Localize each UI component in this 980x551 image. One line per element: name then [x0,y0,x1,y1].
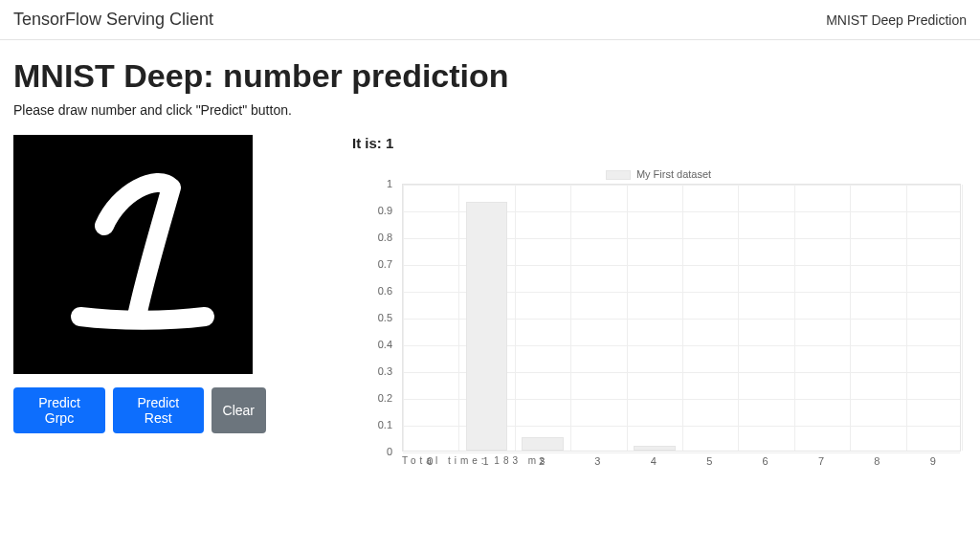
y-tick-label: 1 [387,178,392,189]
predict-grpc-button[interactable]: Predict Grpc [13,387,105,433]
content-row: Predict Grpc Predict Rest Clear It is: 1… [13,135,967,474]
gridline-v [627,185,628,451]
predict-rest-button[interactable]: Predict Rest [113,387,204,433]
x-tick-label: 8 [874,455,880,467]
brand-link[interactable]: TensorFlow Serving Client [13,10,213,30]
nav-link-mnist-deep[interactable]: MNIST Deep Prediction [826,12,967,28]
chart-legend: My First dataset [352,168,965,180]
x-tick-label: 5 [706,455,712,467]
y-tick-label: 0.6 [378,285,392,297]
chart-grid [402,184,961,452]
page-title: MNIST Deep: number prediction [13,57,967,95]
prediction-result: It is: 1 [352,135,967,151]
gridline-v [906,185,907,451]
y-tick-label: 0.2 [378,392,392,404]
legend-swatch-icon [606,170,631,180]
gridline-h [403,185,960,186]
y-tick-label: 0.5 [378,312,392,323]
result-prefix: It is: [352,135,386,151]
left-column: Predict Grpc Predict Rest Clear [13,135,266,474]
y-tick-label: 0.1 [378,419,392,430]
chart-plot-area: 00.10.20.30.40.50.60.70.80.91 0123456789 [352,184,965,452]
page-subtitle: Please draw number and click "Predict" b… [13,102,967,118]
y-tick-label: 0.7 [378,258,392,270]
y-tick-label: 0 [387,446,392,457]
probability-chart: My First dataset 00.10.20.30.40.50.60.70… [352,168,965,474]
x-tick-label: 0 [427,455,433,467]
y-axis: 00.10.20.30.40.50.60.70.80.91 [352,184,398,452]
right-column: It is: 1 My First dataset 00.10.20.30.40… [352,135,967,474]
drawing-canvas[interactable] [13,135,253,374]
page-content: MNIST Deep: number prediction Please dra… [0,40,980,474]
x-tick-label: 7 [818,455,824,467]
y-tick-label: 0.9 [378,205,392,216]
clear-button[interactable]: Clear [212,387,266,433]
x-tick-label: 1 [483,455,489,467]
y-tick-label: 0.4 [378,339,392,350]
gridline-v [794,185,795,451]
x-tick-label: 9 [930,455,936,467]
gridline-h [403,452,960,453]
gridline-v [458,185,459,451]
gridline-v [570,185,571,451]
x-axis: 0123456789 [402,455,961,471]
drawn-digit-path [13,135,253,374]
gridline-v [850,185,851,451]
button-row: Predict Grpc Predict Rest Clear [13,387,266,433]
chart-bar [634,446,676,452]
gridline-v [738,185,739,451]
gridline-v [515,185,516,451]
gridline-v [403,185,404,451]
x-tick-label: 3 [594,455,600,467]
x-tick-label: 6 [763,455,768,467]
navbar: TensorFlow Serving Client MNIST Deep Pre… [0,0,980,40]
x-tick-label: 4 [651,455,657,467]
chart-bar [522,437,564,451]
result-value: 1 [386,135,393,151]
y-tick-label: 0.3 [378,365,392,377]
gridline-v [962,185,963,451]
x-tick-label: 2 [539,455,545,467]
gridline-v [682,185,683,451]
y-tick-label: 0.8 [378,231,392,243]
legend-label: My First dataset [636,168,711,180]
chart-bar [466,202,508,451]
